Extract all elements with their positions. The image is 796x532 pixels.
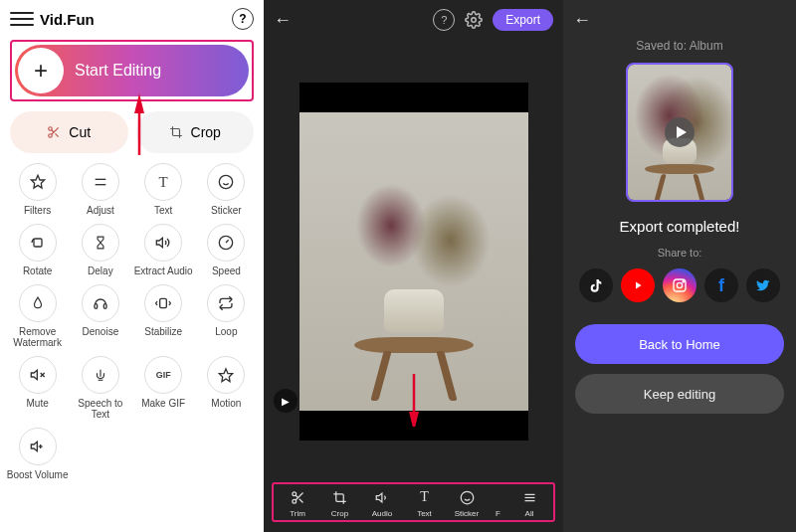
svg-point-1: [49, 134, 53, 138]
svg-marker-44: [636, 282, 642, 289]
tool-label: Make GIF: [141, 398, 185, 409]
help-icon[interactable]: ?: [232, 8, 254, 30]
app-title: Vid.Fun: [40, 11, 95, 28]
tool-label: Delay: [88, 266, 113, 276]
audio-out-icon: [144, 224, 182, 262]
text-icon: T: [420, 488, 429, 506]
share-twitter[interactable]: [746, 268, 780, 302]
svg-point-8: [220, 175, 233, 188]
tool-label: Mute: [27, 398, 49, 409]
tool-speech-to-text[interactable]: Speech to Text: [69, 356, 131, 420]
back-to-home-label: Back to Home: [639, 337, 720, 352]
editor-toolbar-highlight: Trim Crop Audio TText Sticker F All: [272, 482, 555, 522]
play-button[interactable]: ▶: [274, 389, 298, 413]
toolbar-text[interactable]: TText: [407, 488, 443, 518]
tool-loop[interactable]: Loop: [195, 284, 258, 348]
share-facebook[interactable]: f: [704, 268, 738, 302]
svg-line-35: [298, 498, 302, 502]
keep-editing-label: Keep editing: [644, 387, 715, 402]
home-header: Vid.Fun ?: [0, 0, 264, 38]
scissors-icon: [47, 125, 61, 139]
exported-video-thumbnail[interactable]: [626, 63, 733, 202]
video-preview: ▶: [264, 40, 563, 482]
tool-rotate[interactable]: Rotate: [6, 224, 69, 276]
share-row: f: [579, 268, 780, 302]
boost-volume-icon: [19, 428, 57, 465]
tool-speed[interactable]: Speed: [195, 224, 258, 276]
tool-stabilize[interactable]: Stabilize: [132, 284, 195, 348]
rotate-icon: [19, 224, 57, 262]
svg-point-47: [683, 281, 684, 282]
share-instagram[interactable]: [663, 268, 696, 302]
video-image: [299, 112, 528, 411]
keep-editing-button[interactable]: Keep editing: [575, 374, 784, 414]
start-editing-button[interactable]: + Start Editing: [15, 45, 249, 96]
export-button[interactable]: Export: [493, 9, 553, 31]
menu-icon[interactable]: [10, 7, 34, 31]
tool-denoise[interactable]: Denoise: [69, 284, 131, 348]
saved-to-label: Saved to: Album: [636, 39, 722, 53]
tool-label: Denoise: [83, 326, 119, 337]
crop-icon: [332, 488, 347, 506]
tool-remove-watermark[interactable]: Remove Watermark: [6, 284, 69, 348]
editor-header: ← ? Export: [264, 0, 563, 40]
tool-delay[interactable]: Delay: [69, 224, 131, 276]
start-editing-highlight: + Start Editing: [10, 40, 254, 101]
toolbar-trim[interactable]: Trim: [280, 488, 315, 518]
tool-label: Filters: [24, 205, 51, 216]
svg-rect-11: [34, 239, 42, 247]
tool-motion[interactable]: Motion: [195, 356, 258, 420]
tool-label: Speed: [212, 266, 241, 276]
headset-icon: [82, 284, 119, 322]
tool-make-gif[interactable]: GIFMake GIF: [132, 356, 195, 420]
drop-icon: [19, 284, 57, 322]
back-to-home-button[interactable]: Back to Home: [575, 324, 784, 364]
svg-rect-16: [103, 304, 106, 309]
play-icon: [665, 117, 695, 147]
share-youtube[interactable]: [621, 268, 655, 302]
export-label: Export: [505, 13, 540, 27]
video-frame[interactable]: [299, 83, 528, 441]
cut-button[interactable]: Cut: [10, 111, 128, 153]
toolbar-crop[interactable]: Crop: [322, 488, 358, 518]
tool-sticker[interactable]: Sticker: [195, 163, 258, 216]
tool-extract-audio[interactable]: Extract Audio: [132, 224, 195, 276]
share-tiktok[interactable]: [579, 268, 613, 302]
toolbar-sticker[interactable]: Sticker: [449, 488, 485, 518]
toolbar-audio[interactable]: Audio: [364, 488, 400, 518]
tool-label: Speech to Text: [69, 398, 131, 420]
back-icon[interactable]: ←: [274, 10, 292, 31]
export-complete-panel: ← Saved to: Album Export completed! Shar…: [563, 0, 796, 532]
crop-label: Crop: [191, 124, 221, 140]
audio-icon: [375, 488, 390, 506]
mute-icon: [19, 356, 57, 394]
svg-point-38: [461, 491, 474, 504]
scissors-icon: [291, 488, 305, 506]
settings-icon[interactable]: [465, 11, 483, 29]
svg-line-14: [226, 240, 229, 243]
plus-icon: +: [18, 48, 64, 93]
tool-adjust[interactable]: Adjust: [69, 163, 131, 216]
stabilize-icon: [144, 284, 182, 322]
help-icon[interactable]: ?: [433, 9, 455, 31]
toolbar-all[interactable]: All: [511, 488, 547, 518]
svg-point-0: [49, 127, 53, 131]
speedometer-icon: [207, 224, 245, 262]
smile-icon: [207, 163, 245, 201]
cut-label: Cut: [69, 124, 91, 140]
svg-point-46: [677, 282, 682, 287]
svg-marker-24: [31, 442, 37, 450]
tool-boost-volume[interactable]: Boost Volume: [6, 428, 69, 480]
export-completed-label: Export completed!: [620, 218, 740, 235]
tool-label: Sticker: [211, 205, 242, 216]
tool-text[interactable]: TText: [132, 163, 195, 216]
tool-label: Text: [154, 205, 172, 216]
crop-button[interactable]: Crop: [136, 111, 255, 153]
back-icon[interactable]: ←: [573, 10, 591, 31]
svg-marker-12: [156, 238, 162, 247]
tool-mute[interactable]: Mute: [6, 356, 69, 420]
toolbar-f[interactable]: F: [492, 488, 505, 518]
toolbar-label: Audio: [372, 509, 392, 518]
tool-filters[interactable]: Filters: [6, 163, 69, 216]
tool-label: Motion: [211, 398, 241, 409]
